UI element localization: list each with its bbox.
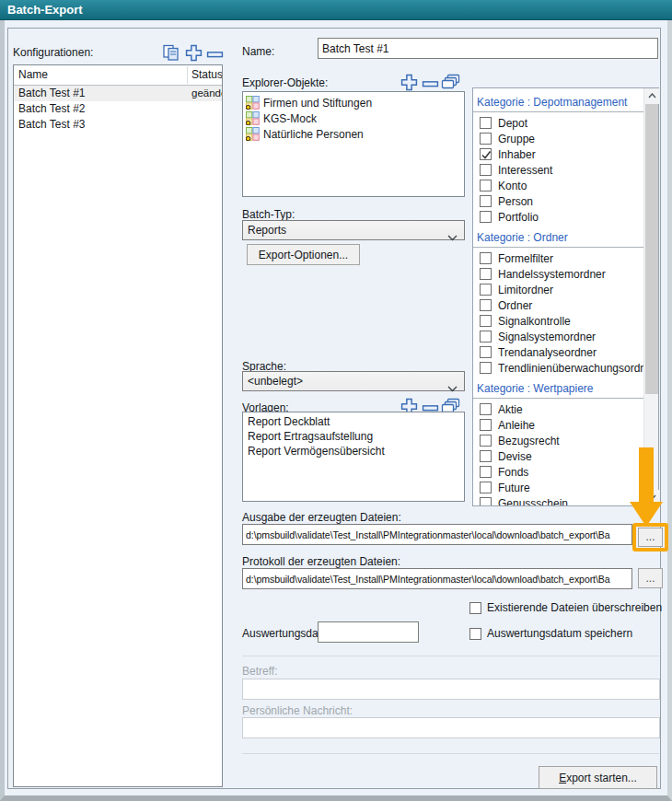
checkbox-icon[interactable] bbox=[480, 268, 492, 280]
checkbox-icon[interactable] bbox=[469, 602, 481, 614]
checkbox-icon[interactable] bbox=[480, 403, 492, 415]
category-option-label: Limitordner bbox=[498, 284, 553, 296]
categories-scrollbar[interactable] bbox=[643, 88, 658, 505]
category-option[interactable]: Inhaber bbox=[473, 146, 644, 162]
category-option[interactable]: Ordner bbox=[473, 297, 644, 313]
config-row[interactable]: Batch Test #3 bbox=[14, 117, 222, 133]
category-option[interactable]: Aktie bbox=[473, 401, 644, 417]
template-item[interactable]: Report Deckblatt bbox=[243, 414, 464, 429]
save-eval-date-checkbox[interactable]: Auswertungsdatum speichern bbox=[469, 627, 632, 640]
column-header-status[interactable]: Status bbox=[191, 68, 223, 81]
category-option[interactable]: Person bbox=[473, 193, 644, 209]
explorer-item[interactable]: Natürliche Personen bbox=[243, 126, 464, 142]
explorer-item-label: KGS-Mock bbox=[263, 112, 317, 125]
templates-list[interactable]: Report DeckblattReport Ertragsaufstellun… bbox=[242, 412, 465, 502]
category-option[interactable]: Fonds bbox=[473, 464, 644, 480]
category-option[interactable]: Limitordner bbox=[473, 282, 644, 297]
protocol-path-input[interactable] bbox=[242, 568, 632, 589]
overwrite-existing-checkbox[interactable]: Existierende Dateien überschreiben bbox=[469, 601, 662, 614]
checkbox-icon[interactable] bbox=[480, 331, 492, 342]
config-row-name: Batch Test #3 bbox=[18, 117, 86, 133]
category-option-label: Bezugsrecht bbox=[498, 435, 560, 447]
add-configuration-icon[interactable] bbox=[185, 44, 203, 64]
checkbox-icon[interactable] bbox=[480, 133, 492, 145]
start-export-button[interactable]: Export starten... bbox=[539, 766, 657, 789]
category-option-label: Signalsystemordner bbox=[498, 331, 596, 343]
explorer-object-browser-icon[interactable] bbox=[441, 74, 460, 93]
personal-message-input[interactable] bbox=[242, 717, 660, 738]
output-path-input[interactable] bbox=[242, 524, 632, 545]
explorer-item-label: Firmen und Stiftungen bbox=[263, 97, 372, 110]
eval-date-input[interactable] bbox=[318, 621, 419, 643]
category-option[interactable]: Devise bbox=[473, 448, 644, 464]
checkbox-icon[interactable] bbox=[480, 284, 492, 296]
categories-listbox[interactable]: Kategorie : DepotmanagementDepotGruppeIn… bbox=[472, 87, 659, 506]
checkbox-icon[interactable] bbox=[480, 117, 492, 129]
category-option[interactable]: Gruppe bbox=[473, 131, 644, 146]
category-option[interactable]: Signalkontrolle bbox=[473, 313, 644, 329]
config-row-name: Batch Test #2 bbox=[18, 101, 86, 117]
checkbox-icon[interactable] bbox=[480, 252, 492, 264]
category-option-label: Trendanalyseordner bbox=[498, 346, 597, 359]
category-option[interactable]: Trendlinienüberwachungsordner bbox=[473, 360, 644, 376]
checkbox-icon[interactable] bbox=[480, 346, 492, 358]
subject-input[interactable] bbox=[242, 679, 660, 700]
configurations-list[interactable]: Name Status Batch Test #1geändeBatch Tes… bbox=[13, 64, 223, 787]
remove-configuration-icon[interactable] bbox=[206, 49, 224, 62]
configurations-list-header[interactable]: Name Status bbox=[14, 65, 222, 86]
name-label: Name: bbox=[242, 45, 274, 58]
checkbox-icon[interactable] bbox=[480, 195, 492, 207]
checkbox-icon[interactable] bbox=[480, 180, 492, 192]
checkbox-icon[interactable] bbox=[480, 362, 492, 374]
category-option[interactable]: Future bbox=[473, 480, 644, 495]
category-header: Kategorie : Wertpapiere bbox=[473, 380, 644, 399]
category-option[interactable]: Anleihe bbox=[473, 417, 644, 433]
category-option[interactable]: Genussschein bbox=[473, 495, 644, 505]
annotation-arrow bbox=[639, 447, 654, 503]
overwrite-existing-label: Existierende Dateien überschreiben bbox=[487, 601, 662, 614]
copy-configuration-icon[interactable] bbox=[162, 44, 180, 64]
category-option[interactable]: Interessent bbox=[473, 162, 644, 178]
checkbox-icon[interactable] bbox=[480, 450, 492, 462]
window-title: Batch-Export bbox=[7, 3, 83, 17]
category-option[interactable]: Formelfilter bbox=[473, 250, 644, 266]
checkbox-icon[interactable] bbox=[469, 628, 481, 640]
checkbox-icon[interactable] bbox=[480, 435, 492, 447]
category-option[interactable]: Trendanalyseordner bbox=[473, 344, 644, 360]
remove-explorer-object-icon[interactable] bbox=[422, 78, 439, 91]
export-options-button[interactable]: Export-Optionen... bbox=[247, 244, 360, 265]
checkbox-icon[interactable] bbox=[480, 466, 492, 478]
category-option[interactable]: Signalsystemordner bbox=[473, 329, 644, 344]
category-option[interactable]: Depot bbox=[473, 115, 644, 131]
category-option-label: Trendlinienüberwachungsordner bbox=[498, 362, 644, 375]
config-row[interactable]: Batch Test #2 bbox=[14, 101, 222, 117]
protocol-browse-button[interactable]: ... bbox=[638, 568, 663, 588]
template-item[interactable]: Report Vermögensübersicht bbox=[243, 444, 464, 459]
checkbox-icon[interactable] bbox=[480, 482, 492, 493]
checkbox-icon[interactable] bbox=[480, 211, 492, 223]
checkbox-icon[interactable] bbox=[480, 148, 492, 160]
column-header-name[interactable]: Name bbox=[18, 68, 48, 81]
template-item[interactable]: Report Ertragsaufstellung bbox=[243, 429, 464, 444]
language-value: <unbelegt> bbox=[248, 375, 303, 388]
scroll-up-button[interactable] bbox=[644, 88, 659, 104]
checkbox-icon[interactable] bbox=[480, 299, 492, 311]
explorer-item[interactable]: Firmen und Stiftungen bbox=[243, 95, 464, 110]
category-option[interactable]: Konto bbox=[473, 178, 644, 193]
explorer-object-icon bbox=[246, 127, 260, 141]
scrollbar-thumb[interactable] bbox=[645, 104, 658, 394]
checkbox-icon[interactable] bbox=[480, 419, 492, 431]
name-input[interactable] bbox=[318, 38, 658, 59]
explorer-objects-list[interactable]: Firmen und StiftungenKGS-MockNatürliche … bbox=[242, 91, 465, 197]
explorer-item[interactable]: KGS-Mock bbox=[243, 110, 464, 126]
language-dropdown[interactable]: <unbelegt> bbox=[242, 371, 465, 391]
category-option[interactable]: Handelssystemordner bbox=[473, 266, 644, 282]
checkbox-icon[interactable] bbox=[480, 315, 492, 327]
config-row[interactable]: Batch Test #1geände bbox=[14, 86, 222, 101]
category-option[interactable]: Portfolio bbox=[473, 209, 644, 225]
category-option[interactable]: Bezugsrecht bbox=[473, 433, 644, 448]
checkbox-icon[interactable] bbox=[480, 164, 492, 176]
config-row-name: Batch Test #1 bbox=[18, 86, 86, 101]
batch-type-dropdown[interactable]: Reports bbox=[242, 220, 465, 240]
checkbox-icon[interactable] bbox=[480, 497, 492, 505]
